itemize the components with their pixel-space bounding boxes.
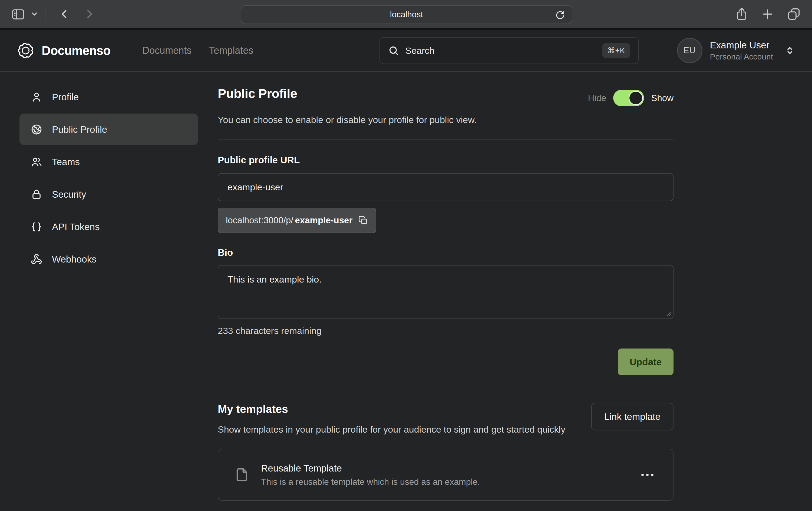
toggle-show-label: Show — [651, 93, 673, 103]
toolbar-chevron-down-icon[interactable] — [30, 10, 38, 18]
chevrons-up-down-icon — [784, 45, 795, 56]
characters-remaining: 233 characters remaining — [218, 326, 673, 336]
sidebar-item-label: Teams — [52, 156, 80, 168]
link-template-button[interactable]: Link template — [591, 403, 673, 430]
copy-icon[interactable] — [358, 215, 368, 226]
resize-grip-icon[interactable] — [664, 309, 671, 316]
public-profile-url-input[interactable] — [218, 173, 673, 201]
sidebar-item-security[interactable]: Security — [20, 178, 198, 210]
account-type: Personal Account — [710, 52, 773, 61]
documenso-logo-icon — [17, 42, 35, 59]
profile-url-slug: example-user — [295, 215, 353, 226]
page-title: Public Profile — [218, 86, 297, 101]
toggle-hide-label: Hide — [588, 93, 606, 103]
avatar: EU — [677, 38, 702, 63]
search-placeholder: Search — [405, 46, 435, 56]
sidebar-item-webhooks[interactable]: Webhooks — [20, 243, 198, 275]
webhook-icon — [31, 253, 42, 265]
settings-sidebar: Profile Public Profile Teams — [0, 72, 200, 501]
divider — [218, 139, 673, 140]
profile-url-preview-chip[interactable]: localhost:3000/p/example-user — [218, 208, 376, 233]
sidebar-toggle-icon[interactable] — [11, 7, 25, 21]
profile-visibility-toggle-group: Hide Show — [588, 90, 673, 106]
switch-knob — [629, 91, 643, 105]
tab-overview-icon[interactable] — [787, 7, 801, 21]
my-templates-title: My templates — [218, 403, 565, 416]
refresh-icon[interactable] — [554, 9, 566, 21]
account-menu[interactable]: EU Example User Personal Account — [677, 38, 795, 63]
app-header: Documenso Documents Templates Search ⌘+K… — [0, 30, 812, 72]
address-bar[interactable]: localhost — [241, 5, 572, 24]
sidebar-item-label: Webhooks — [52, 254, 96, 265]
forward-button-icon[interactable] — [83, 7, 96, 21]
new-tab-icon[interactable] — [761, 7, 775, 21]
back-button-icon[interactable] — [58, 7, 71, 21]
profile-url-prefix: localhost:3000/p/ — [226, 215, 293, 226]
share-icon[interactable] — [735, 7, 749, 21]
brand-name: Documenso — [42, 43, 110, 58]
user-icon — [31, 91, 42, 103]
brand-logo[interactable]: Documenso — [17, 42, 110, 59]
file-icon — [234, 467, 250, 483]
globe-icon — [31, 124, 42, 135]
users-icon — [31, 156, 42, 168]
sidebar-item-label: Profile — [52, 92, 79, 102]
my-templates-description: Show templates in your public profile fo… — [218, 423, 565, 437]
sidebar-item-public-profile[interactable]: Public Profile — [20, 114, 198, 145]
account-name: Example User — [710, 40, 773, 51]
section-description: You can choose to enable or disable your… — [218, 113, 673, 126]
profile-visibility-switch[interactable] — [613, 90, 644, 106]
bio-textarea[interactable]: This is an example bio. — [218, 265, 673, 319]
search-input[interactable]: Search ⌘+K — [379, 37, 639, 64]
lock-icon — [31, 189, 42, 200]
nav-documents[interactable]: Documents — [142, 45, 192, 56]
sidebar-item-label: Security — [52, 189, 86, 200]
template-card-description: This is a reusable template which is use… — [261, 477, 480, 487]
browser-toolbar: localhost — [0, 0, 812, 30]
braces-icon — [31, 221, 42, 233]
url-field-label: Public profile URL — [218, 155, 673, 166]
address-text: localhost — [390, 10, 423, 20]
main-content: Public Profile Hide Show You can choose … — [218, 72, 673, 501]
sidebar-item-label: API Tokens — [52, 221, 99, 232]
template-card-title: Reusable Template — [261, 463, 480, 474]
template-card: Reusable Template This is a reusable tem… — [218, 449, 673, 501]
search-shortcut-badge: ⌘+K — [602, 43, 630, 58]
sidebar-item-label: Public Profile — [52, 124, 107, 135]
top-navigation: Documents Templates — [142, 45, 253, 56]
search-icon — [388, 45, 399, 56]
template-options-ellipsis-icon[interactable] — [638, 470, 657, 480]
toolbar-divider — [45, 8, 46, 20]
sidebar-item-api-tokens[interactable]: API Tokens — [20, 211, 198, 242]
update-button[interactable]: Update — [618, 349, 673, 375]
sidebar-item-teams[interactable]: Teams — [20, 146, 198, 178]
bio-field-label: Bio — [218, 247, 673, 258]
sidebar-item-profile[interactable]: Profile — [20, 81, 198, 113]
nav-templates[interactable]: Templates — [209, 45, 253, 56]
